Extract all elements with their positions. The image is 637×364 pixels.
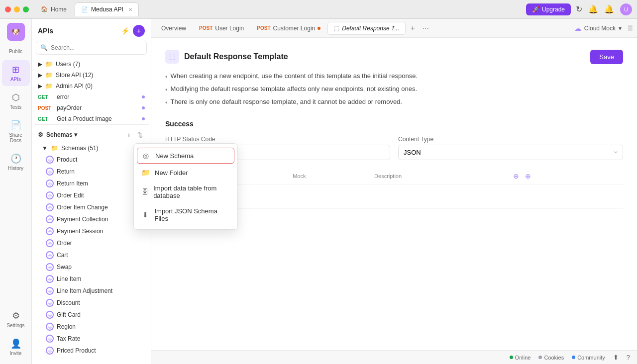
dropdown-item-import-json[interactable]: ⬇ Import JSON Schema Files: [134, 203, 237, 226]
endpoint-get-product-image[interactable]: GET Get a Product Image: [34, 113, 149, 124]
bullet-icon: •: [165, 98, 168, 107]
sidebar-item-public[interactable]: Public: [2, 45, 30, 58]
close-window-button[interactable]: [5, 6, 11, 12]
info-item-2: • Modifying the default response templat…: [165, 85, 623, 94]
tests-icon: ⬡: [12, 92, 20, 103]
settings-icon: ⚙: [12, 310, 20, 321]
schema-line-item-adjustment[interactable]: ◎ Line Item Adjustment: [34, 285, 149, 297]
api-search-box[interactable]: 🔍: [36, 41, 147, 55]
menu-icon[interactable]: ☰: [628, 25, 633, 32]
content-type-label: Content Type: [398, 136, 623, 143]
schema-circle-icon: ◎: [46, 287, 54, 295]
schemas-header[interactable]: ⚙ Schemas ▾ + ⇅: [34, 127, 149, 143]
sidebar-item-invite[interactable]: 👤 Invite: [2, 334, 30, 360]
toolbar-icons: ↻ 🔔 🔔 U: [576, 3, 632, 15]
notification-icon[interactable]: 🔔: [604, 4, 614, 14]
folder-icon: 📁: [141, 169, 150, 177]
add-col-button[interactable]: ⊕: [511, 171, 521, 181]
schema-circle-icon: ◎: [46, 251, 54, 259]
schemas-folder-label: Schemas (51): [61, 145, 99, 152]
schema-return[interactable]: ◎ Return: [34, 166, 149, 178]
schema-product[interactable]: ◎ Product: [34, 154, 149, 166]
schema-tax-rate[interactable]: ◎ Tax Rate: [34, 333, 149, 345]
tab-medusa-api[interactable]: 📄 Medusa API ✕: [75, 2, 139, 16]
endpoint-payorder[interactable]: POST payOrder: [34, 102, 149, 113]
folder-icon: 📁: [45, 72, 53, 79]
schema-sort-button[interactable]: ⇅: [135, 130, 145, 140]
maximize-window-button[interactable]: [23, 6, 29, 12]
dropdown-item-new-folder[interactable]: 📁 New Folder: [134, 165, 237, 181]
schema-circle-icon: ◎: [46, 275, 54, 283]
schema-gift-card[interactable]: ◎ Gift Card: [34, 309, 149, 321]
refresh-icon[interactable]: ↻: [576, 4, 582, 14]
bullet-icon: •: [165, 86, 168, 94]
add-api-button[interactable]: +: [133, 25, 145, 37]
tab-close-button[interactable]: ✕: [128, 7, 132, 12]
schema-order[interactable]: ◎ Order: [34, 237, 149, 249]
sidebar-item-tests[interactable]: ⬡ Tests: [2, 88, 30, 114]
endpoint-error[interactable]: GET error: [34, 91, 149, 102]
left-sidebar: 🐶 Public ⊞ APIs ⬡ Tests 📄 Share Docs 🕐 H…: [0, 19, 32, 364]
folder-icon: 📁: [51, 145, 58, 152]
user-avatar[interactable]: U: [620, 3, 632, 15]
api-filter-add: ⚡ +: [119, 25, 145, 37]
upgrade-button[interactable]: 🚀 Upgrade: [526, 3, 571, 15]
import-icon: ⬇: [141, 211, 149, 219]
content-type-select[interactable]: JSON: [398, 145, 623, 160]
method-get-badge: GET: [38, 116, 54, 122]
tab-post-customer-login[interactable]: POST Customer Login: [251, 22, 326, 34]
schema-circle-icon: ◎: [46, 323, 54, 331]
schema-payment-session[interactable]: ◎ Payment Session: [34, 225, 149, 237]
folder-users[interactable]: ▶ 📁 Users (7): [34, 59, 149, 70]
chevron-down-icon: ▾: [619, 25, 622, 32]
upload-icon[interactable]: ⬆: [613, 354, 619, 361]
schema-order-item-change[interactable]: ◎ Order Item Change: [34, 201, 149, 213]
schema-region[interactable]: ◎ Region: [34, 321, 149, 333]
schema-priced-product[interactable]: ◎ Priced Product: [34, 345, 149, 357]
dropdown-item-new-schema[interactable]: ◎ New Schema: [137, 148, 234, 164]
remove-col-button[interactable]: ⊕: [523, 171, 533, 181]
tab-overview[interactable]: Overview: [155, 22, 192, 34]
schema-line-item[interactable]: ◎ Line Item: [34, 273, 149, 285]
search-input[interactable]: [51, 44, 142, 51]
save-button[interactable]: Save: [590, 50, 623, 64]
tab-post-user-login[interactable]: POST User Login: [193, 22, 250, 34]
sidebar-item-history[interactable]: 🕐 History: [2, 149, 30, 175]
filter-button[interactable]: ⚡: [119, 25, 131, 37]
tab-default-response[interactable]: ⬚ Default Response T...: [327, 22, 406, 35]
api-panel-title: APIs: [38, 27, 53, 35]
apis-icon: ⊞: [12, 64, 19, 75]
col-header-desc: Description: [370, 168, 507, 184]
sidebar-item-apis[interactable]: ⊞ APIs: [2, 60, 30, 86]
schema-swap[interactable]: ◎ Swap: [34, 261, 149, 273]
online-status[interactable]: Online: [510, 355, 531, 361]
schema-circle-icon: ◎: [46, 347, 54, 355]
community-dot: [572, 356, 575, 359]
schema-cart[interactable]: ◎ Cart: [34, 249, 149, 261]
http-status-code-label: HTTP Status Code: [165, 136, 390, 143]
tab-home[interactable]: 🏠 Home: [35, 2, 73, 16]
community-status[interactable]: Community: [572, 355, 605, 361]
minimize-window-button[interactable]: [14, 6, 20, 12]
schema-return-item[interactable]: ◎ Return Item: [34, 178, 149, 189]
help-icon[interactable]: ?: [627, 354, 630, 361]
schema-circle-icon: ◎: [46, 311, 54, 319]
dropdown-item-import-db[interactable]: 🗄 Import data table from database: [134, 181, 237, 203]
more-tabs-button[interactable]: ···: [420, 22, 431, 34]
add-tab-button[interactable]: +: [407, 22, 419, 34]
schema-payment-collection[interactable]: ◎ Payment Collection: [34, 213, 149, 225]
schema-order-edit[interactable]: ◎ Order Edit: [34, 189, 149, 201]
schema-discount[interactable]: ◎ Discount: [34, 297, 149, 309]
sidebar-item-share-docs[interactable]: 📄 Share Docs: [2, 116, 30, 147]
doc-icon: 📄: [81, 6, 88, 13]
folder-store-api[interactable]: ▶ 📁 Store API (12): [34, 70, 149, 81]
folder-admin-api[interactable]: ▶ 📁 Admin API (0): [34, 81, 149, 91]
cloud-mock-selector[interactable]: ☁ Cloud Mock ▾ ☰: [574, 24, 633, 32]
sidebar-item-settings[interactable]: ⚙ Settings: [2, 306, 30, 332]
folder-schemas[interactable]: ▼ 📁 Schemas (51): [34, 143, 149, 154]
cookies-status[interactable]: Cookies: [538, 355, 564, 361]
workspace-avatar[interactable]: 🐶: [7, 23, 25, 41]
schemas-section: ⚙ Schemas ▾ + ⇅ ▼ 📁 Schemas (51) ◎ Produ…: [34, 124, 149, 357]
bell-icon[interactable]: 🔔: [588, 4, 598, 14]
add-schema-button[interactable]: +: [124, 130, 134, 140]
